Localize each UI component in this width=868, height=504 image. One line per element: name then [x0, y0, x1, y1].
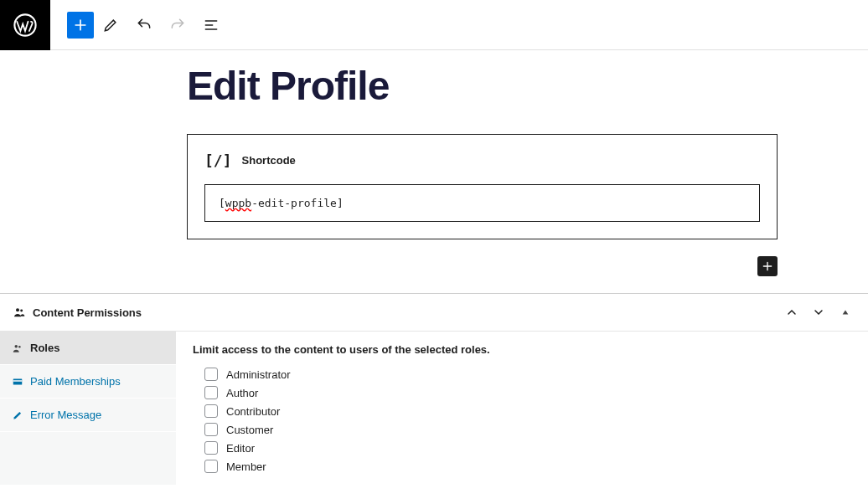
group-icon — [12, 342, 23, 354]
sidebar-item-paid-memberships[interactable]: Paid Memberships — [0, 365, 176, 399]
sidebar-item-label: Error Message — [30, 409, 101, 421]
wordpress-logo[interactable] — [0, 0, 50, 50]
document-outline-button[interactable] — [194, 8, 228, 42]
redo-button — [161, 8, 194, 42]
role-label: Member — [226, 460, 266, 473]
sidebar-item-error-message[interactable]: Error Message — [0, 399, 176, 432]
shortcode-header: [/] Shortcode — [204, 152, 760, 169]
svg-point-3 — [15, 344, 18, 347]
role-label: Customer — [226, 424, 273, 436]
svg-point-2 — [20, 310, 23, 312]
add-block-area — [187, 256, 778, 276]
sidebar-item-label: Roles — [30, 342, 59, 354]
role-item: Member — [204, 460, 851, 473]
role-checkbox[interactable] — [204, 386, 218, 399]
role-item: Contributor — [204, 404, 851, 418]
shortcode-label: Shortcode — [242, 154, 296, 167]
panel-title: Content Permissions — [33, 306, 142, 319]
page-title[interactable]: Edit Profile — [187, 63, 778, 109]
role-checkbox[interactable] — [204, 423, 218, 436]
role-checkbox[interactable] — [204, 368, 218, 381]
card-icon — [12, 376, 23, 388]
sidebar-item-roles[interactable]: Roles — [0, 332, 176, 365]
permissions-body: Roles Paid Memberships Error Message Lim… — [0, 332, 868, 485]
role-item: Editor — [204, 441, 851, 455]
pencil-icon — [12, 409, 23, 421]
content-permissions-header: Content Permissions — [0, 294, 868, 332]
toolbar-buttons — [50, 8, 228, 42]
collapse-up-button[interactable] — [782, 302, 802, 322]
permissions-sidebar: Roles Paid Memberships Error Message — [0, 332, 176, 485]
role-checkbox[interactable] — [204, 460, 218, 473]
role-checkbox[interactable] — [204, 441, 218, 455]
top-toolbar — [0, 0, 868, 50]
shortcode-icon: [/] — [204, 152, 232, 169]
content-permissions-panel: Content Permissions Roles Paid Membershi… — [0, 293, 868, 485]
permissions-instruction: Limit access to the content to users of … — [193, 343, 851, 356]
svg-rect-6 — [13, 380, 23, 381]
shortcode-block[interactable]: [/] Shortcode [wppb-edit-profile] — [187, 134, 778, 239]
shortcode-input[interactable]: [wppb-edit-profile] — [204, 184, 760, 222]
panel-toggles — [782, 302, 855, 322]
role-item: Administrator — [204, 368, 851, 381]
sidebar-item-label: Paid Memberships — [30, 375, 121, 388]
role-label: Contributor — [226, 405, 280, 418]
expand-up-button[interactable] — [835, 302, 855, 322]
role-list: Administrator Author Contributor Custome… — [193, 368, 851, 473]
role-item: Customer — [204, 423, 851, 436]
role-item: Author — [204, 386, 851, 399]
editor-content: Edit Profile [/] Shortcode [wppb-edit-pr… — [57, 63, 811, 276]
undo-button[interactable] — [127, 8, 161, 42]
permissions-main: Limit access to the content to users of … — [176, 332, 868, 485]
role-checkbox[interactable] — [204, 404, 218, 418]
svg-point-4 — [18, 345, 21, 347]
svg-rect-5 — [13, 378, 23, 384]
role-label: Author — [226, 387, 258, 399]
panel-title-area: Content Permissions — [13, 306, 142, 319]
svg-point-1 — [16, 308, 19, 311]
role-label: Administrator — [226, 368, 291, 381]
users-icon — [13, 306, 26, 319]
add-block-button[interactable] — [67, 12, 94, 39]
edit-mode-button[interactable] — [94, 8, 127, 42]
role-label: Editor — [226, 442, 255, 455]
collapse-down-button[interactable] — [809, 302, 829, 322]
add-block-inline-button[interactable] — [757, 256, 778, 276]
